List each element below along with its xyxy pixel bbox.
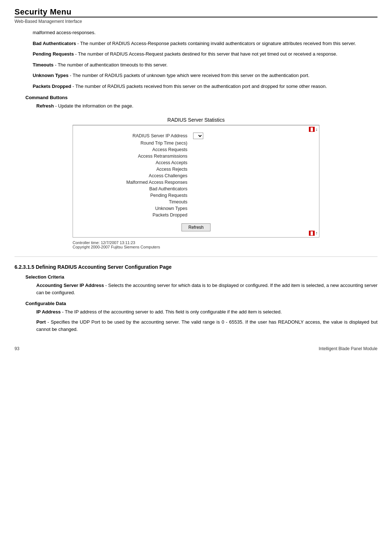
page-number: 93 [15,346,19,351]
section-6235: 6.2.3.1.5 Defining RADIUS Accounting Ser… [15,264,377,333]
table-row: Packets Dropped [80,212,312,218]
ip-address-dropdown[interactable] [193,133,203,139]
copyright: Copyright 2000-2007 Fujitsu Siemens Comp… [73,245,319,249]
selection-criteria-heading: Selection Criteria [25,274,377,280]
intro-para-5: Unknown Types - The number of RADIUS pac… [33,72,377,79]
row-label: Access Challenges [80,173,192,179]
section-6235-heading: 6.2.3.1.5 Defining RADIUS Accounting Ser… [15,264,377,270]
controller-time: Controller time: 12/7/2007 13:11:23 [73,240,319,245]
row-value[interactable] [192,132,312,140]
nav-icon-top-left[interactable]: █ [309,127,315,132]
row-value [192,199,312,205]
page-brand: Intelligent Blade Panel Module [319,346,377,351]
table-row: Malformed Access Responses [80,179,312,186]
page-header: Security Menu [15,7,377,17]
ip-address-desc: - The IP address of the accounting serve… [62,309,282,315]
intro-para-1: malformed access-responses. [33,29,377,36]
page-subtitle: Web-Based Management Interface [15,19,377,24]
table-row: Round Trip Time (secs) [80,140,312,146]
intro-section: malformed access-responses. Bad Authenti… [33,29,377,90]
row-label: Malformed Access Responses [80,179,192,186]
intro-para-4: Timeouts - The number of authentication … [33,61,377,69]
table-row: Access Challenges [80,173,312,179]
table-row: Pending Requests [80,192,312,199]
table-row: Access Accepts [80,159,312,166]
intro-para-6: Packets Dropped - The number of RADIUS p… [33,83,377,90]
refresh-row: Refresh [80,223,312,231]
row-value [192,205,312,212]
radius-stats-wrapper: RADIUS Server Statistics █ ↓ RADIUS Serv… [73,117,319,249]
row-value [192,159,312,166]
row-label: Pending Requests [80,192,192,199]
stats-table: RADIUS Server IP Address Round Trip Time… [80,132,312,218]
row-label: Access Rejects [80,166,192,173]
radius-stats-box: █ ↓ RADIUS Server IP Address Ro [73,125,319,238]
row-value [192,153,312,159]
table-row: RADIUS Server IP Address [80,132,312,140]
port-name: Port [36,319,46,325]
nav-icon-bottom-left[interactable]: █ [309,231,315,236]
page-title: Security Menu [15,7,377,17]
nav-arrow-up-icon[interactable]: ↑ [315,231,318,236]
port-desc: - Specifies the UDP Port to be used by t… [36,319,377,332]
intro-para-2: Bad Authenticators - The number of RADIU… [33,40,377,47]
row-label: Round Trip Time (secs) [80,140,192,146]
table-row: Access Rejects [80,166,312,173]
row-label: Access Retransmissions [80,153,192,159]
row-value [192,140,312,146]
row-label: Access Requests [80,146,192,153]
row-value [192,173,312,179]
command-buttons-heading: Command Buttons [25,95,377,100]
row-label: Bad Authenticators [80,186,192,192]
separator [15,256,377,257]
table-row: Access Requests [80,146,312,153]
row-value [192,146,312,153]
refresh-button[interactable]: Refresh [181,223,211,231]
nav-arrow-down-icon[interactable]: ↓ [315,127,318,132]
table-row: Bad Authenticators [80,186,312,192]
row-value [192,179,312,186]
ip-address-item: IP Address - The IP address of the accou… [36,308,377,316]
row-value [192,212,312,218]
ip-address-name: IP Address [36,309,61,315]
port-item: Port - Specifies the UDP Port to be used… [36,319,377,333]
row-value [192,166,312,173]
footer-info: Controller time: 12/7/2007 13:11:23 Copy… [73,240,319,249]
row-value [192,192,312,199]
configurable-data-heading: Configurable Data [25,301,377,306]
row-label: Timeouts [80,199,192,205]
refresh-label: Refresh [36,103,54,109]
row-label: RADIUS Server IP Address [80,132,192,140]
accounting-server-ip-item: Accounting Server IP Address - Selects t… [36,282,377,296]
table-row: Timeouts [80,199,312,205]
command-buttons-desc: Refresh - Update the information on the … [36,102,377,110]
row-label: Unknown Types [80,205,192,212]
bottom-nav-icons[interactable]: █ ↑ [309,231,318,236]
top-nav-icons[interactable]: █ ↓ [309,127,318,132]
row-value [192,186,312,192]
page-footer: 93 Intelligent Blade Panel Module [15,344,377,351]
row-label: Access Accepts [80,159,192,166]
accounting-server-ip-name: Accounting Server IP Address [36,283,104,288]
row-label: Packets Dropped [80,212,192,218]
refresh-desc: - Update the information on the page. [55,103,133,109]
table-row: Access Retransmissions [80,153,312,159]
table-row: Unknown Types [80,205,312,212]
intro-para-3: Pending Requests - The number of RADIUS … [33,50,377,58]
radius-stats-title: RADIUS Server Statistics [73,117,319,123]
